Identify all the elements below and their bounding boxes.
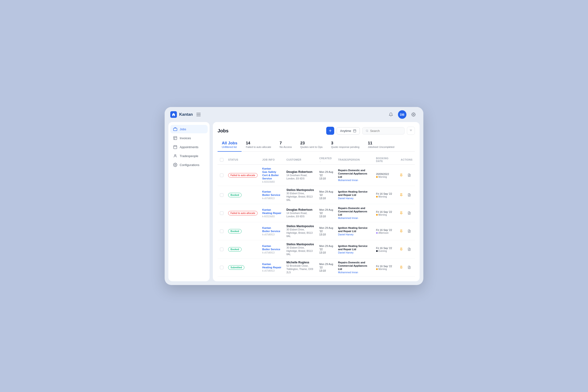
job-source[interactable]: Kantan xyxy=(262,167,271,170)
job-id: k-60319d93 xyxy=(262,215,275,218)
document-action-button[interactable] xyxy=(406,228,412,234)
row-checkbox-cell xyxy=(218,258,226,276)
app-window: Kantan DB xyxy=(165,107,423,285)
tab-all-jobs[interactable]: All Jobs Unfiltered list xyxy=(218,138,242,152)
sidebar-item-jobs[interactable]: Jobs xyxy=(170,125,208,133)
row-checkbox[interactable] xyxy=(220,248,224,251)
tab-jobsheet[interactable]: 11 Jobsheet Uncompleted xyxy=(364,138,399,152)
user-avatar[interactable]: DB xyxy=(398,110,406,119)
job-type[interactable]: Boiler Service xyxy=(262,230,280,232)
tradesperson-person[interactable]: Muhammed Imran xyxy=(338,216,358,220)
sidebar-item-tradespeople[interactable]: Tradespeople xyxy=(170,152,208,160)
svg-rect-3 xyxy=(174,146,177,149)
svg-point-8 xyxy=(175,164,176,166)
document-action-button[interactable] xyxy=(406,172,412,178)
row-booking-date: Fri 16 Sep '22 Afternoon xyxy=(374,222,396,240)
row-actions xyxy=(396,164,415,186)
pin-action-button[interactable] xyxy=(398,228,404,234)
row-checkbox[interactable] xyxy=(220,212,224,215)
sidebar-item-appointments[interactable]: Appointments xyxy=(170,143,208,151)
document-action-button[interactable] xyxy=(406,264,412,271)
tradesperson-person[interactable]: Muhammed Imran xyxy=(338,271,358,274)
row-booking-date: Fri 16 Sep '22 Morning xyxy=(374,186,396,204)
tab-jobsheet-label: Jobsheet Uncompleted xyxy=(368,146,394,148)
row-checkbox[interactable] xyxy=(220,174,224,177)
row-checkbox[interactable] xyxy=(220,230,224,233)
row-customer: Michelle Rugless 52 Brookside Close, Tid… xyxy=(284,258,317,276)
job-type[interactable]: Heating Repair xyxy=(262,212,281,214)
customer-name: Douglas Robertson xyxy=(286,170,312,174)
notification-button[interactable] xyxy=(387,110,395,119)
pin-action-button[interactable] xyxy=(398,246,404,252)
document-action-button[interactable] xyxy=(406,210,412,216)
job-type[interactable]: Heating Repair xyxy=(262,266,281,269)
document-action-button[interactable] xyxy=(406,246,412,252)
jobs-table-body: Failed to auto allocate Kantan Gas Safet… xyxy=(218,164,415,276)
jobs-table-container: STATUS JOB INFO CUSTOMER CREATED ↓ xyxy=(218,155,415,276)
filter-tabs: All Jobs Unfiltered list 14 Failed to au… xyxy=(218,138,415,152)
job-source[interactable]: Kantan xyxy=(262,208,271,211)
svg-rect-1 xyxy=(174,128,177,131)
header-actions: + Anytime xyxy=(326,127,415,135)
time-slot: Afternoon xyxy=(376,232,393,234)
pin-action-button[interactable] xyxy=(398,192,404,198)
tab-failed[interactable]: 14 Failed to auto allocate xyxy=(242,138,276,152)
job-type[interactable]: Gas Safety Cert & Boiler Service xyxy=(262,170,279,180)
tradesperson-company: Repairs Domestic and Commercial Applianc… xyxy=(338,207,367,216)
row-customer: Stelios Mantopoulos 30 Elsbert Drive, Hi… xyxy=(284,186,317,204)
job-id: k-c67d6913 xyxy=(262,233,274,236)
job-source[interactable]: Kantan xyxy=(262,244,271,248)
content-area: Jobs + Anytime xyxy=(213,122,420,281)
select-all-checkbox[interactable] xyxy=(220,158,224,162)
job-source[interactable]: Kantan xyxy=(262,263,271,266)
time-slot: Morning xyxy=(376,214,393,216)
tab-no-access-label: No Access xyxy=(280,146,292,148)
sidebar-item-invoices[interactable]: Invoices xyxy=(170,134,208,142)
sidebar-item-configurations[interactable]: Configurations xyxy=(170,160,208,169)
job-type[interactable]: Boiler Service xyxy=(262,194,280,196)
customer-address: 30 Elsbert Drive, Highridge, Bristol, BS… xyxy=(286,228,312,238)
col-booking-date: BOOKING DATE xyxy=(374,155,396,164)
tab-quote-response[interactable]: 3 Quote response pending xyxy=(327,138,364,152)
booking-date-value: Fri 16 Sep '22 xyxy=(376,265,392,268)
tradesperson-person[interactable]: Muhammed Imran xyxy=(338,179,358,182)
created-date: Mon 29 Aug '22 xyxy=(320,244,333,251)
search-input[interactable] xyxy=(370,129,401,133)
tradesperson-person[interactable]: Daniel Harvey xyxy=(338,197,354,200)
pin-action-button[interactable] xyxy=(398,264,404,271)
settings-button[interactable] xyxy=(409,110,418,119)
pin-action-button[interactable] xyxy=(398,210,404,216)
col-created[interactable]: CREATED ↓ xyxy=(317,155,336,164)
job-source[interactable]: Kantan xyxy=(262,226,271,229)
tradesperson-person[interactable]: Daniel Harvey xyxy=(338,233,354,236)
tradesperson-company: Ignition Heating Service and Repair Ltd xyxy=(338,226,368,232)
tab-no-access[interactable]: 7 No Access xyxy=(276,138,296,152)
add-job-button[interactable]: + xyxy=(326,127,334,135)
tab-quotes-sent[interactable]: 23 Quotes sent to Ops xyxy=(296,138,327,152)
row-checkbox-cell xyxy=(218,240,226,258)
top-bar-left: Kantan xyxy=(170,111,202,118)
customer-address: 30 Elsbert Drive, Highridge, Bristol, BS… xyxy=(286,192,312,201)
document-action-button[interactable] xyxy=(406,192,412,198)
job-source[interactable]: Kantan xyxy=(262,190,271,193)
tradesperson-person[interactable]: Daniel Harvey xyxy=(338,251,354,254)
hamburger-menu[interactable] xyxy=(195,111,202,118)
row-customer: Douglas Robertson 14 Gresham Road, Londo… xyxy=(284,164,317,186)
created-date: Mon 29 Aug '22 xyxy=(320,190,333,196)
status-badge: Failed to auto allocate xyxy=(228,211,258,216)
row-status: Booked xyxy=(226,186,260,204)
date-picker-button[interactable]: Anytime xyxy=(336,127,360,134)
row-created: Mon 29 Aug '22 13:10 xyxy=(317,240,336,258)
row-checkbox[interactable] xyxy=(220,193,224,197)
row-actions xyxy=(396,186,415,204)
time-slot: Morning xyxy=(376,176,393,178)
customer-name: Stelios Mantopoulos xyxy=(286,188,314,192)
filter-button[interactable] xyxy=(407,127,415,135)
job-type[interactable]: Boiler Service xyxy=(262,248,280,251)
status-badge: Booked xyxy=(228,229,242,234)
row-checkbox[interactable] xyxy=(220,266,224,269)
jobs-table: STATUS JOB INFO CUSTOMER CREATED ↓ xyxy=(218,155,415,276)
job-id: k-c67d6913 xyxy=(262,197,274,200)
pin-action-button[interactable] xyxy=(398,172,404,178)
tab-quote-response-label: Quote response pending xyxy=(331,146,360,148)
